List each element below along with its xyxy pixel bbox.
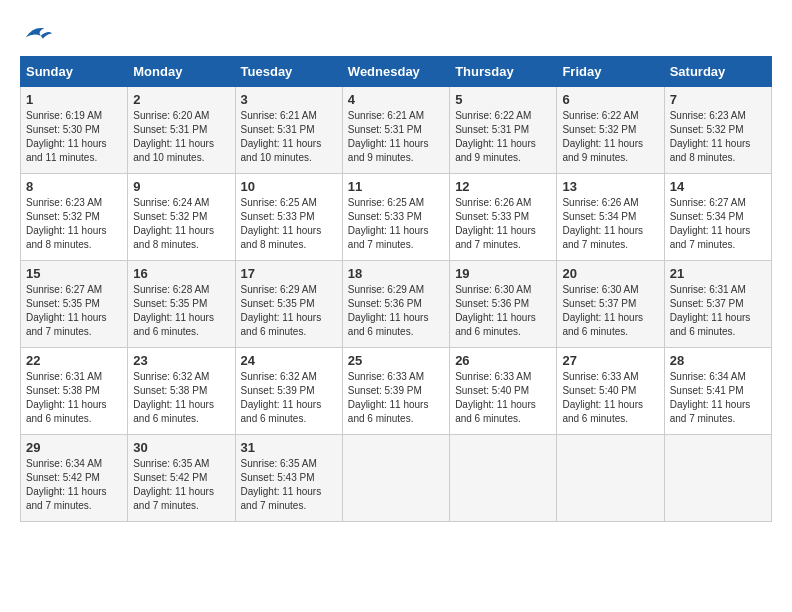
day-cell: 9Sunrise: 6:24 AM Sunset: 5:32 PM Daylig… — [128, 174, 235, 261]
day-info: Sunrise: 6:23 AM Sunset: 5:32 PM Dayligh… — [26, 196, 122, 252]
week-row-1: 1Sunrise: 6:19 AM Sunset: 5:30 PM Daylig… — [21, 87, 772, 174]
day-number: 26 — [455, 353, 551, 368]
day-number: 4 — [348, 92, 444, 107]
day-number: 22 — [26, 353, 122, 368]
day-number: 24 — [241, 353, 337, 368]
day-number: 3 — [241, 92, 337, 107]
day-cell: 23Sunrise: 6:32 AM Sunset: 5:38 PM Dayli… — [128, 348, 235, 435]
day-cell — [557, 435, 664, 522]
header-cell-thursday: Thursday — [450, 57, 557, 87]
day-cell: 17Sunrise: 6:29 AM Sunset: 5:35 PM Dayli… — [235, 261, 342, 348]
day-number: 20 — [562, 266, 658, 281]
day-cell — [342, 435, 449, 522]
day-info: Sunrise: 6:29 AM Sunset: 5:36 PM Dayligh… — [348, 283, 444, 339]
day-number: 23 — [133, 353, 229, 368]
day-cell: 1Sunrise: 6:19 AM Sunset: 5:30 PM Daylig… — [21, 87, 128, 174]
day-cell: 7Sunrise: 6:23 AM Sunset: 5:32 PM Daylig… — [664, 87, 771, 174]
day-number: 15 — [26, 266, 122, 281]
day-info: Sunrise: 6:31 AM Sunset: 5:37 PM Dayligh… — [670, 283, 766, 339]
day-info: Sunrise: 6:35 AM Sunset: 5:43 PM Dayligh… — [241, 457, 337, 513]
header-cell-sunday: Sunday — [21, 57, 128, 87]
day-cell — [450, 435, 557, 522]
day-number: 6 — [562, 92, 658, 107]
day-cell: 15Sunrise: 6:27 AM Sunset: 5:35 PM Dayli… — [21, 261, 128, 348]
header-row: SundayMondayTuesdayWednesdayThursdayFrid… — [21, 57, 772, 87]
day-info: Sunrise: 6:22 AM Sunset: 5:31 PM Dayligh… — [455, 109, 551, 165]
day-number: 1 — [26, 92, 122, 107]
day-info: Sunrise: 6:29 AM Sunset: 5:35 PM Dayligh… — [241, 283, 337, 339]
day-info: Sunrise: 6:24 AM Sunset: 5:32 PM Dayligh… — [133, 196, 229, 252]
header-cell-wednesday: Wednesday — [342, 57, 449, 87]
day-cell: 3Sunrise: 6:21 AM Sunset: 5:31 PM Daylig… — [235, 87, 342, 174]
week-row-5: 29Sunrise: 6:34 AM Sunset: 5:42 PM Dayli… — [21, 435, 772, 522]
day-cell: 20Sunrise: 6:30 AM Sunset: 5:37 PM Dayli… — [557, 261, 664, 348]
day-number: 17 — [241, 266, 337, 281]
day-cell: 11Sunrise: 6:25 AM Sunset: 5:33 PM Dayli… — [342, 174, 449, 261]
day-info: Sunrise: 6:33 AM Sunset: 5:40 PM Dayligh… — [455, 370, 551, 426]
day-info: Sunrise: 6:20 AM Sunset: 5:31 PM Dayligh… — [133, 109, 229, 165]
calendar-header: SundayMondayTuesdayWednesdayThursdayFrid… — [21, 57, 772, 87]
day-info: Sunrise: 6:33 AM Sunset: 5:40 PM Dayligh… — [562, 370, 658, 426]
day-number: 7 — [670, 92, 766, 107]
logo — [20, 20, 52, 46]
day-number: 2 — [133, 92, 229, 107]
day-info: Sunrise: 6:28 AM Sunset: 5:35 PM Dayligh… — [133, 283, 229, 339]
day-number: 21 — [670, 266, 766, 281]
day-info: Sunrise: 6:32 AM Sunset: 5:38 PM Dayligh… — [133, 370, 229, 426]
day-info: Sunrise: 6:33 AM Sunset: 5:39 PM Dayligh… — [348, 370, 444, 426]
day-number: 13 — [562, 179, 658, 194]
day-info: Sunrise: 6:21 AM Sunset: 5:31 PM Dayligh… — [348, 109, 444, 165]
day-info: Sunrise: 6:30 AM Sunset: 5:36 PM Dayligh… — [455, 283, 551, 339]
day-number: 28 — [670, 353, 766, 368]
day-cell: 29Sunrise: 6:34 AM Sunset: 5:42 PM Dayli… — [21, 435, 128, 522]
day-number: 19 — [455, 266, 551, 281]
day-info: Sunrise: 6:35 AM Sunset: 5:42 PM Dayligh… — [133, 457, 229, 513]
day-cell: 10Sunrise: 6:25 AM Sunset: 5:33 PM Dayli… — [235, 174, 342, 261]
day-cell: 25Sunrise: 6:33 AM Sunset: 5:39 PM Dayli… — [342, 348, 449, 435]
day-info: Sunrise: 6:27 AM Sunset: 5:34 PM Dayligh… — [670, 196, 766, 252]
day-cell — [664, 435, 771, 522]
day-info: Sunrise: 6:32 AM Sunset: 5:39 PM Dayligh… — [241, 370, 337, 426]
day-info: Sunrise: 6:25 AM Sunset: 5:33 PM Dayligh… — [348, 196, 444, 252]
day-cell: 27Sunrise: 6:33 AM Sunset: 5:40 PM Dayli… — [557, 348, 664, 435]
day-number: 11 — [348, 179, 444, 194]
day-cell: 26Sunrise: 6:33 AM Sunset: 5:40 PM Dayli… — [450, 348, 557, 435]
day-info: Sunrise: 6:34 AM Sunset: 5:42 PM Dayligh… — [26, 457, 122, 513]
day-info: Sunrise: 6:31 AM Sunset: 5:38 PM Dayligh… — [26, 370, 122, 426]
week-row-4: 22Sunrise: 6:31 AM Sunset: 5:38 PM Dayli… — [21, 348, 772, 435]
day-number: 9 — [133, 179, 229, 194]
header-cell-friday: Friday — [557, 57, 664, 87]
day-number: 12 — [455, 179, 551, 194]
day-info: Sunrise: 6:19 AM Sunset: 5:30 PM Dayligh… — [26, 109, 122, 165]
day-number: 29 — [26, 440, 122, 455]
day-cell: 19Sunrise: 6:30 AM Sunset: 5:36 PM Dayli… — [450, 261, 557, 348]
day-cell: 13Sunrise: 6:26 AM Sunset: 5:34 PM Dayli… — [557, 174, 664, 261]
day-info: Sunrise: 6:25 AM Sunset: 5:33 PM Dayligh… — [241, 196, 337, 252]
day-number: 8 — [26, 179, 122, 194]
day-cell: 5Sunrise: 6:22 AM Sunset: 5:31 PM Daylig… — [450, 87, 557, 174]
day-info: Sunrise: 6:27 AM Sunset: 5:35 PM Dayligh… — [26, 283, 122, 339]
day-cell: 8Sunrise: 6:23 AM Sunset: 5:32 PM Daylig… — [21, 174, 128, 261]
header-cell-tuesday: Tuesday — [235, 57, 342, 87]
header-cell-monday: Monday — [128, 57, 235, 87]
day-cell: 30Sunrise: 6:35 AM Sunset: 5:42 PM Dayli… — [128, 435, 235, 522]
day-number: 18 — [348, 266, 444, 281]
day-number: 16 — [133, 266, 229, 281]
day-info: Sunrise: 6:23 AM Sunset: 5:32 PM Dayligh… — [670, 109, 766, 165]
day-info: Sunrise: 6:26 AM Sunset: 5:33 PM Dayligh… — [455, 196, 551, 252]
week-row-2: 8Sunrise: 6:23 AM Sunset: 5:32 PM Daylig… — [21, 174, 772, 261]
day-cell: 6Sunrise: 6:22 AM Sunset: 5:32 PM Daylig… — [557, 87, 664, 174]
day-cell: 14Sunrise: 6:27 AM Sunset: 5:34 PM Dayli… — [664, 174, 771, 261]
day-cell: 21Sunrise: 6:31 AM Sunset: 5:37 PM Dayli… — [664, 261, 771, 348]
day-number: 10 — [241, 179, 337, 194]
day-info: Sunrise: 6:30 AM Sunset: 5:37 PM Dayligh… — [562, 283, 658, 339]
day-cell: 18Sunrise: 6:29 AM Sunset: 5:36 PM Dayli… — [342, 261, 449, 348]
day-cell: 28Sunrise: 6:34 AM Sunset: 5:41 PM Dayli… — [664, 348, 771, 435]
day-number: 25 — [348, 353, 444, 368]
day-cell: 16Sunrise: 6:28 AM Sunset: 5:35 PM Dayli… — [128, 261, 235, 348]
day-cell: 4Sunrise: 6:21 AM Sunset: 5:31 PM Daylig… — [342, 87, 449, 174]
logo-bird-icon — [22, 21, 52, 46]
day-number: 5 — [455, 92, 551, 107]
day-info: Sunrise: 6:21 AM Sunset: 5:31 PM Dayligh… — [241, 109, 337, 165]
day-info: Sunrise: 6:22 AM Sunset: 5:32 PM Dayligh… — [562, 109, 658, 165]
